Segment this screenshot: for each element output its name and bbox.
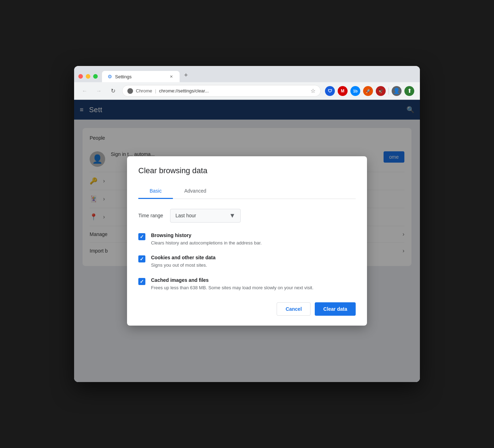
cookies-content: Cookies and other site data Signs you ou…: [151, 255, 216, 269]
bookmark-star-icon[interactable]: ☆: [311, 87, 315, 94]
chrome-update[interactable]: ⬆: [404, 86, 414, 96]
dialog-title: Clear browsing data: [138, 166, 356, 175]
minimize-button[interactable]: [86, 74, 90, 79]
tab-basic[interactable]: Basic: [138, 184, 173, 199]
cached-images-checkbox[interactable]: ✓: [138, 278, 145, 285]
tab-advanced[interactable]: Advanced: [173, 184, 217, 199]
address-url: chrome://settings/clear...: [159, 88, 308, 93]
browser-window: ⚙ Settings ✕ + ← → ↻ Chrome | chrome://s…: [74, 66, 420, 382]
extension-mega[interactable]: M: [338, 86, 348, 96]
close-button[interactable]: [78, 74, 83, 79]
clear-browsing-data-dialog: Clear browsing data Basic Advanced Time …: [127, 156, 367, 326]
extension-1password[interactable]: 1b: [350, 86, 360, 96]
chrome-profile[interactable]: 👤: [392, 86, 402, 96]
browsing-history-label: Browsing history: [151, 232, 262, 238]
cached-images-content: Cached images and files Frees up less th…: [151, 277, 313, 291]
tab-title: Settings: [115, 74, 165, 79]
time-range-value: Last hour: [175, 213, 196, 218]
browsing-history-content: Browsing history Clears history and auto…: [151, 232, 262, 247]
address-bar-input[interactable]: Chrome | chrome://settings/clear... ☆: [122, 85, 321, 97]
address-separator: |: [155, 88, 156, 93]
cookies-checkbox[interactable]: ✓: [138, 255, 145, 262]
extension-sometool[interactable]: 🚀: [363, 86, 373, 96]
traffic-lights: [78, 74, 98, 79]
clear-data-button[interactable]: Clear data: [315, 302, 356, 316]
cached-images-label: Cached images and files: [151, 277, 313, 283]
title-bar: ⚙ Settings ✕ +: [74, 66, 420, 82]
active-tab[interactable]: ⚙ Settings ✕: [102, 71, 180, 82]
select-chevron-icon: ▼: [229, 212, 235, 219]
maximize-button[interactable]: [93, 74, 98, 79]
cookies-item: ✓ Cookies and other site data Signs you …: [138, 255, 356, 269]
extension-another[interactable]: 🦅: [376, 86, 386, 96]
reload-button[interactable]: ↻: [108, 86, 118, 96]
browser-extensions: 🛡 M 1b 🚀 🦅 👤 ⬆: [325, 86, 414, 96]
page-content: ≡ Sett 🔍 People 👤 Sign in t... automa...…: [74, 100, 420, 382]
checkbox-check-icon: ✓: [140, 279, 144, 284]
site-favicon: [127, 88, 133, 94]
extensions-divider: [388, 87, 389, 95]
dialog-actions: Cancel Clear data: [138, 302, 356, 316]
time-range-select[interactable]: Last hour ▼: [170, 209, 241, 223]
new-tab-button[interactable]: +: [181, 70, 191, 80]
time-range-row: Time range Last hour ▼: [138, 209, 356, 223]
address-bar: ← → ↻ Chrome | chrome://settings/clear..…: [74, 82, 420, 100]
browsing-history-item: ✓ Browsing history Clears history and au…: [138, 232, 356, 247]
forward-button[interactable]: →: [94, 86, 104, 96]
extension-bitwarden[interactable]: 🛡: [325, 86, 335, 96]
dialog-tabs: Basic Advanced: [138, 184, 356, 199]
cached-images-desc: Frees up less than 638 MB. Some sites ma…: [151, 284, 313, 291]
cancel-button[interactable]: Cancel: [277, 302, 311, 316]
cached-images-item: ✓ Cached images and files Frees up less …: [138, 277, 356, 291]
time-range-label: Time range: [138, 213, 163, 218]
cookies-label: Cookies and other site data: [151, 255, 216, 260]
cookies-desc: Signs you out of most sites.: [151, 262, 216, 269]
checkbox-check-icon: ✓: [140, 256, 144, 262]
back-button[interactable]: ←: [80, 86, 90, 96]
tab-favicon: ⚙: [108, 74, 112, 79]
tab-close-button[interactable]: ✕: [168, 74, 174, 79]
modal-overlay[interactable]: Clear browsing data Basic Advanced Time …: [74, 100, 420, 382]
address-site: Chrome: [136, 88, 152, 93]
browsing-history-desc: Clears history and autocompletions in th…: [151, 240, 262, 247]
checkbox-check-icon: ✓: [140, 234, 144, 240]
browsing-history-checkbox[interactable]: ✓: [138, 233, 145, 240]
